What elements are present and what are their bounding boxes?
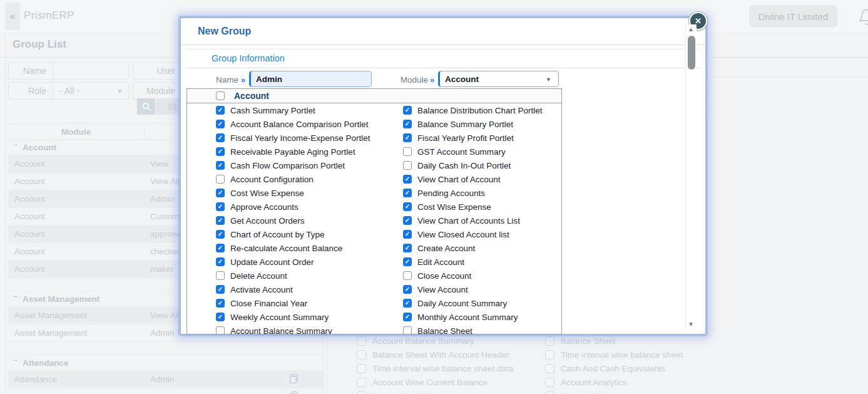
search-button[interactable] bbox=[137, 98, 155, 115]
module-field-select[interactable]: Account ▼ bbox=[438, 71, 559, 87]
detail-permission-item[interactable]: Time interval wise balance sheet bbox=[545, 348, 730, 361]
detail-permission-item[interactable]: Account Analytics bbox=[545, 375, 730, 389]
permission-item[interactable]: Delete Account bbox=[187, 269, 374, 283]
permission-item[interactable]: GST Account Summary bbox=[374, 145, 561, 158]
checkbox[interactable] bbox=[545, 336, 554, 346]
permission-item[interactable]: Close Account bbox=[374, 269, 561, 283]
checkbox[interactable] bbox=[545, 378, 554, 387]
permission-item[interactable]: ✓Fiscal Yearly Income-Expense Portlet bbox=[187, 131, 374, 145]
permission-item[interactable]: ✓Close Financial Year bbox=[187, 296, 374, 310]
permission-item[interactable]: Account Configuration bbox=[187, 172, 374, 186]
detail-permission-item[interactable]: Balance Sheet With Account Header bbox=[357, 348, 541, 361]
permission-item[interactable]: ✓View Account bbox=[374, 283, 561, 296]
permission-item[interactable]: ✓Weekly Account Summary bbox=[187, 310, 374, 324]
collapse-minus-icon[interactable]: − bbox=[13, 140, 18, 150]
detail-permission-item[interactable]: Account Analytics bbox=[357, 389, 541, 394]
modal-scrollbar[interactable]: ▲ ▼ bbox=[685, 24, 697, 329]
checkbox[interactable]: ✓ bbox=[216, 299, 225, 308]
scrollbar-thumb[interactable] bbox=[688, 36, 695, 70]
checkbox[interactable]: ✓ bbox=[403, 133, 412, 142]
permission-item[interactable]: ✓Cost Wise Expense bbox=[374, 200, 561, 214]
checkbox[interactable]: ✓ bbox=[216, 230, 225, 239]
checkbox[interactable]: ✓ bbox=[403, 244, 412, 252]
permission-item[interactable]: ✓Activate Account bbox=[187, 283, 374, 296]
detail-permission-item[interactable]: Cash And Cash Equivalents bbox=[545, 361, 730, 375]
checkbox[interactable]: ✓ bbox=[403, 257, 412, 266]
checkbox[interactable] bbox=[403, 271, 412, 280]
permission-item[interactable]: ✓Fiscal Yearly Profit Portlet bbox=[374, 131, 561, 145]
checkbox[interactable]: ✓ bbox=[216, 313, 225, 321]
checkbox[interactable]: ✓ bbox=[403, 202, 412, 211]
permission-item[interactable]: ✓Update Account Order bbox=[187, 255, 374, 269]
detail-permission-item[interactable]: Time interval wise balance sheet data bbox=[357, 361, 541, 375]
sidebar-collapse-button[interactable]: « bbox=[5, 3, 20, 30]
notification-bell-icon[interactable] bbox=[857, 8, 868, 29]
checkbox[interactable]: ✓ bbox=[216, 161, 225, 170]
checkbox[interactable]: ✓ bbox=[403, 299, 412, 308]
select-all-checkbox[interactable] bbox=[216, 91, 225, 100]
detail-permission-item[interactable]: Account Balance Summary bbox=[357, 334, 541, 348]
checkbox[interactable] bbox=[357, 350, 366, 360]
checkbox[interactable] bbox=[403, 326, 412, 334]
permission-item[interactable]: ✓View Chart of Accounts List bbox=[374, 214, 561, 227]
table-row[interactable]: AttendanceAdmin bbox=[8, 371, 323, 388]
checkbox[interactable]: ✓ bbox=[216, 202, 225, 211]
permission-item[interactable]: ✓Cost Wise Expense bbox=[187, 186, 374, 200]
checkbox[interactable] bbox=[357, 336, 366, 346]
permission-item[interactable]: ✓Chart of Account by Type bbox=[187, 227, 374, 241]
permission-item[interactable]: ✓Create Account bbox=[374, 241, 561, 255]
checkbox[interactable]: ✓ bbox=[216, 216, 225, 225]
table-group-header[interactable]: −Attendance bbox=[8, 355, 323, 371]
permission-item[interactable]: ✓Receivable Payable Aging Portlet bbox=[187, 145, 374, 158]
collapse-minus-icon[interactable]: − bbox=[13, 356, 18, 365]
permission-item[interactable]: ✓Cash Summary Portlet bbox=[187, 103, 374, 117]
checkbox[interactable]: ✓ bbox=[216, 147, 225, 156]
checkbox[interactable] bbox=[216, 175, 225, 184]
checkbox[interactable]: ✓ bbox=[216, 257, 225, 266]
checkbox[interactable]: ✓ bbox=[216, 244, 225, 252]
checkbox[interactable] bbox=[545, 364, 554, 373]
permission-item[interactable]: ✓Daily Account Summary bbox=[374, 296, 561, 310]
company-button[interactable]: Divine IT Limited bbox=[749, 5, 837, 28]
permission-item[interactable]: ✓Get Account Orders bbox=[187, 214, 374, 227]
permission-item[interactable]: ✓Re-calculate Account Balance bbox=[187, 241, 374, 255]
permission-item[interactable]: Daily Cash In-Out Portlet bbox=[374, 158, 561, 172]
permission-item[interactable]: ✓Monthly Account Summary bbox=[374, 310, 561, 324]
permission-item[interactable]: ✓Pending Accounts bbox=[374, 186, 561, 200]
checkbox[interactable]: ✓ bbox=[216, 120, 225, 128]
checkbox[interactable]: ✓ bbox=[403, 175, 412, 184]
scroll-down-icon[interactable]: ▼ bbox=[688, 321, 694, 328]
checkbox[interactable] bbox=[403, 147, 412, 156]
permission-item[interactable]: Balance Sheet bbox=[374, 324, 561, 334]
checkbox[interactable] bbox=[216, 271, 225, 280]
role-filter-select[interactable]: - All - ▼ bbox=[53, 83, 128, 99]
permission-item[interactable]: Account Balance Summary bbox=[187, 324, 374, 334]
permission-item[interactable]: ✓Approve Accounts bbox=[187, 200, 374, 214]
permission-item[interactable]: ✓Edit Account bbox=[374, 255, 561, 269]
checkbox[interactable]: ✓ bbox=[403, 189, 412, 197]
checkbox[interactable]: ✓ bbox=[403, 106, 412, 115]
checkbox[interactable]: ✓ bbox=[403, 216, 412, 225]
checkbox[interactable]: ✓ bbox=[216, 285, 225, 294]
scroll-up-icon[interactable]: ▲ bbox=[688, 26, 694, 33]
name-field-input[interactable]: Admin bbox=[249, 71, 372, 87]
table-row[interactable]: AttendanceView All bbox=[8, 388, 323, 394]
detail-permission-item[interactable]: Account list bbox=[545, 389, 730, 394]
checkbox[interactable] bbox=[357, 378, 366, 387]
checkbox[interactable]: ✓ bbox=[403, 120, 412, 128]
copy-icon[interactable] bbox=[288, 373, 299, 386]
detail-permission-item[interactable]: Account Wise Current Balance bbox=[357, 375, 541, 389]
checkbox[interactable] bbox=[545, 350, 554, 360]
detail-permission-item[interactable]: Balance Sheet bbox=[545, 334, 730, 348]
checkbox[interactable]: ✓ bbox=[216, 106, 225, 115]
permission-item[interactable]: ✓View Chart of Account bbox=[374, 172, 561, 186]
collapse-minus-icon[interactable]: − bbox=[13, 292, 18, 301]
checkbox[interactable] bbox=[403, 161, 412, 170]
checkbox[interactable]: ✓ bbox=[403, 285, 412, 294]
permissions-group-header[interactable]: Account bbox=[187, 89, 561, 103]
checkbox[interactable]: ✓ bbox=[403, 313, 412, 321]
permission-item[interactable]: ✓Account Balance Comparison Portlet bbox=[187, 117, 374, 131]
copy-icon[interactable] bbox=[288, 391, 299, 394]
permission-item[interactable]: ✓View Closed Account list bbox=[374, 227, 561, 241]
checkbox[interactable]: ✓ bbox=[216, 189, 225, 197]
